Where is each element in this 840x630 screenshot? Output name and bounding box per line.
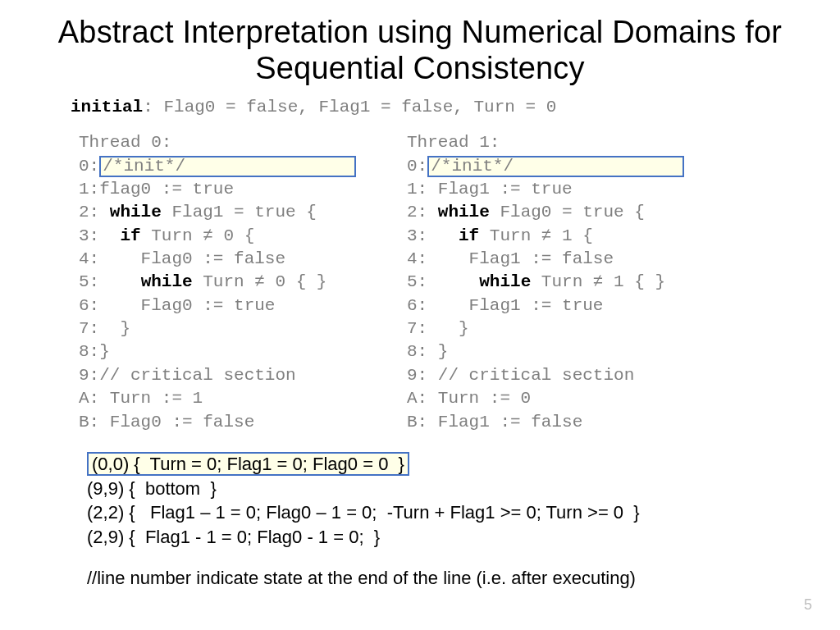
thread-1: Thread 1: 0:/*init*/ 1: Flag1 := true 2:… [407,131,751,433]
t1-l3-kw: if [459,226,479,245]
t1-header: Thread 1: [407,133,500,152]
t1-l2-kw: while [438,203,490,221]
threads-container: Thread 0: 0:/*init*/ 1:flag0 := true 2: … [79,131,799,433]
thread-0: Thread 0: 0:/*init*/ 1:flag0 := true 2: … [79,131,407,433]
state-22: (2,2) { Flag1 – 1 = 0; Flag0 – 1 = 0; -T… [87,500,799,525]
t1-l8: 8: } [407,342,448,361]
initial-text: : Flag0 = false, Flag1 = false, Turn = 0 [143,98,556,116]
initial-label: initial [71,98,143,116]
t1-lA: A: Turn := 0 [407,389,531,408]
page-number: 5 [804,596,812,614]
t1-l5-kw: while [479,272,531,291]
t1-l3b: Turn ≠ 1 { [479,226,593,245]
t1-lB: B: Flag1 := false [407,413,582,431]
t1-l5a: 5: [407,272,479,291]
t0-l2b: Flag1 = true { [162,203,317,221]
t1-l9: 9: // critical section [407,366,634,385]
t0-l2-kw: while [110,203,162,221]
t1-l2a: 2: [407,203,438,221]
t0-l2a: 2: [79,203,110,221]
t0-l7: 7: } [79,319,130,338]
t1-l6: 6: Flag1 := true [407,296,603,315]
t0-l3b: Turn ≠ 0 { [141,226,255,245]
footnote: //line number indicate state at the end … [87,568,799,589]
t1-l7: 7: } [407,319,469,338]
t0-l6: 6: Flag0 := true [79,296,275,315]
t1-l3a: 3: [407,226,459,245]
state-29: (2,9) { Flag1 - 1 = 0; Flag0 - 1 = 0; } [87,525,799,550]
t0-l8: 8:} [79,342,110,361]
t0-l3a: 3: [79,226,120,245]
t0-l3-kw: if [120,226,140,245]
state-99: (9,9) { bottom } [87,477,799,501]
t0-l4: 4: Flag0 := false [79,249,285,268]
slide-title: Abstract Interpretation using Numerical … [41,15,799,86]
t1-l0-highlight: /*init*/ [427,156,683,177]
t0-l5b: Turn ≠ 0 { } [193,272,327,291]
t0-header: Thread 0: [79,133,171,152]
t0-l5a: 5: [79,272,141,291]
t1-l5b: Turn ≠ 1 { } [531,272,665,291]
t0-l0-highlight: /*init*/ [99,156,355,177]
t0-l1: 1:flag0 := true [79,180,234,199]
t0-l5-kw: while [141,272,193,291]
states-block: (0,0) { Turn = 0; Flag1 = 0; Flag0 = 0 }… [87,452,799,550]
t1-l1: 1: Flag1 := true [407,180,573,199]
initial-line: initial: Flag0 = false, Flag1 = false, T… [71,98,799,116]
t0-l9: 9:// critical section [79,366,296,385]
t0-l0-prefix: 0: [79,157,99,176]
state-00-highlight: (0,0) { Turn = 0; Flag1 = 0; Flag0 = 0 } [87,452,409,476]
t0-lB: B: Flag0 := false [79,413,254,431]
t1-l2b: Flag0 = true { [490,203,645,221]
t1-l4: 4: Flag1 := false [407,249,614,268]
t0-lA: A: Turn := 1 [79,389,203,408]
t1-l0-prefix: 0: [407,157,427,176]
